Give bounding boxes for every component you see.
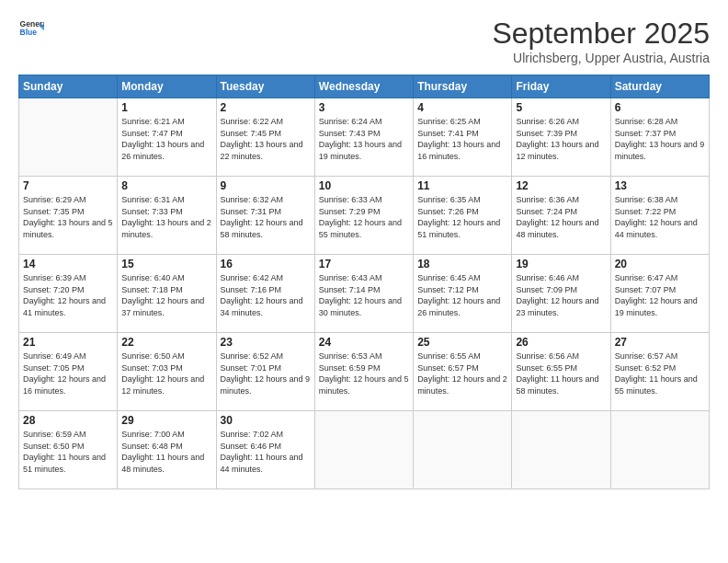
- calendar-cell: 4Sunrise: 6:25 AMSunset: 7:41 PMDaylight…: [414, 98, 512, 177]
- day-number: 21: [23, 336, 113, 349]
- calendar-cell: 22Sunrise: 6:50 AMSunset: 7:03 PMDayligh…: [118, 333, 216, 411]
- calendar-cell: 8Sunrise: 6:31 AMSunset: 7:33 PMDaylight…: [118, 177, 216, 255]
- day-info: Sunrise: 6:59 AMSunset: 6:50 PMDaylight:…: [23, 429, 113, 475]
- day-number: 11: [417, 179, 507, 192]
- calendar-cell: 23Sunrise: 6:52 AMSunset: 7:01 PMDayligh…: [216, 333, 314, 411]
- calendar-cell: 15Sunrise: 6:40 AMSunset: 7:18 PMDayligh…: [118, 255, 216, 333]
- day-info: Sunrise: 6:46 AMSunset: 7:09 PMDaylight:…: [516, 272, 606, 318]
- calendar-week-1: 1Sunrise: 6:21 AMSunset: 7:47 PMDaylight…: [19, 98, 710, 177]
- day-info: Sunrise: 6:43 AMSunset: 7:14 PMDaylight:…: [319, 272, 409, 318]
- day-info: Sunrise: 6:53 AMSunset: 6:59 PMDaylight:…: [319, 350, 409, 396]
- day-number: 24: [319, 336, 409, 349]
- day-number: 18: [417, 258, 507, 270]
- day-info: Sunrise: 6:26 AMSunset: 7:39 PMDaylight:…: [516, 116, 606, 162]
- day-number: 7: [23, 179, 113, 192]
- day-number: 2: [221, 101, 311, 114]
- day-info: Sunrise: 6:42 AMSunset: 7:16 PMDaylight:…: [221, 272, 311, 318]
- calendar-cell: 24Sunrise: 6:53 AMSunset: 6:59 PMDayligh…: [314, 333, 413, 411]
- day-number: 1: [121, 101, 211, 114]
- calendar-week-5: 28Sunrise: 6:59 AMSunset: 6:50 PMDayligh…: [19, 411, 710, 489]
- day-number: 10: [319, 179, 409, 192]
- day-number: 6: [615, 101, 705, 114]
- day-info: Sunrise: 6:28 AMSunset: 7:37 PMDaylight:…: [615, 116, 705, 162]
- title-block: September 2025 Ulrichsberg, Upper Austri…: [492, 17, 710, 65]
- calendar-cell: 13Sunrise: 6:38 AMSunset: 7:22 PMDayligh…: [610, 177, 709, 255]
- day-number: 14: [23, 258, 113, 270]
- day-number: 19: [516, 258, 606, 270]
- calendar-cell: [512, 411, 610, 489]
- calendar-cell: 11Sunrise: 6:35 AMSunset: 7:26 PMDayligh…: [414, 177, 512, 255]
- calendar-cell: 29Sunrise: 7:00 AMSunset: 6:48 PMDayligh…: [118, 411, 216, 489]
- calendar-cell: 18Sunrise: 6:45 AMSunset: 7:12 PMDayligh…: [414, 255, 512, 333]
- day-info: Sunrise: 6:49 AMSunset: 7:05 PMDaylight:…: [23, 350, 113, 396]
- day-info: Sunrise: 6:52 AMSunset: 7:01 PMDaylight:…: [221, 350, 311, 396]
- month-title: September 2025: [492, 17, 710, 51]
- calendar-cell: [19, 98, 118, 177]
- calendar-cell: [610, 411, 709, 489]
- calendar-cell: 27Sunrise: 6:57 AMSunset: 6:52 PMDayligh…: [610, 333, 709, 411]
- day-info: Sunrise: 6:32 AMSunset: 7:31 PMDaylight:…: [221, 194, 311, 240]
- day-number: 8: [121, 179, 211, 192]
- day-number: 25: [417, 336, 507, 349]
- calendar-cell: 1Sunrise: 6:21 AMSunset: 7:47 PMDaylight…: [118, 98, 216, 177]
- day-number: 26: [516, 336, 606, 349]
- day-header-wednesday: Wednesday: [314, 75, 413, 98]
- day-info: Sunrise: 6:35 AMSunset: 7:26 PMDaylight:…: [417, 194, 507, 240]
- svg-marker-3: [40, 27, 44, 31]
- logo: General Blue: [18, 17, 44, 42]
- calendar-cell: 3Sunrise: 6:24 AMSunset: 7:43 PMDaylight…: [314, 98, 413, 177]
- day-number: 4: [417, 101, 507, 114]
- calendar-week-3: 14Sunrise: 6:39 AMSunset: 7:20 PMDayligh…: [19, 255, 710, 333]
- day-number: 3: [319, 101, 409, 114]
- calendar-cell: 9Sunrise: 6:32 AMSunset: 7:31 PMDaylight…: [216, 177, 314, 255]
- day-number: 29: [121, 414, 211, 427]
- day-info: Sunrise: 7:00 AMSunset: 6:48 PMDaylight:…: [121, 429, 211, 475]
- location-subtitle: Ulrichsberg, Upper Austria, Austria: [492, 51, 710, 65]
- day-info: Sunrise: 6:56 AMSunset: 6:55 PMDaylight:…: [516, 350, 606, 396]
- calendar-cell: 12Sunrise: 6:36 AMSunset: 7:24 PMDayligh…: [512, 177, 610, 255]
- day-info: Sunrise: 6:57 AMSunset: 6:52 PMDaylight:…: [615, 350, 705, 396]
- calendar-header-row: SundayMondayTuesdayWednesdayThursdayFrid…: [19, 75, 710, 98]
- day-info: Sunrise: 6:25 AMSunset: 7:41 PMDaylight:…: [417, 116, 507, 162]
- day-info: Sunrise: 6:22 AMSunset: 7:45 PMDaylight:…: [221, 116, 311, 162]
- day-info: Sunrise: 6:36 AMSunset: 7:24 PMDaylight:…: [516, 194, 606, 240]
- day-header-monday: Monday: [118, 75, 216, 98]
- calendar-table: SundayMondayTuesdayWednesdayThursdayFrid…: [18, 75, 710, 489]
- day-info: Sunrise: 6:45 AMSunset: 7:12 PMDaylight:…: [417, 272, 507, 318]
- day-header-tuesday: Tuesday: [216, 75, 314, 98]
- calendar-cell: 10Sunrise: 6:33 AMSunset: 7:29 PMDayligh…: [314, 177, 413, 255]
- day-number: 16: [221, 258, 311, 270]
- calendar-cell: 28Sunrise: 6:59 AMSunset: 6:50 PMDayligh…: [19, 411, 118, 489]
- calendar-cell: 19Sunrise: 6:46 AMSunset: 7:09 PMDayligh…: [512, 255, 610, 333]
- day-info: Sunrise: 6:38 AMSunset: 7:22 PMDaylight:…: [615, 194, 705, 240]
- calendar-cell: 20Sunrise: 6:47 AMSunset: 7:07 PMDayligh…: [610, 255, 709, 333]
- day-info: Sunrise: 6:40 AMSunset: 7:18 PMDaylight:…: [121, 272, 211, 318]
- day-info: Sunrise: 6:50 AMSunset: 7:03 PMDaylight:…: [121, 350, 211, 396]
- day-number: 27: [615, 336, 705, 349]
- day-number: 9: [221, 179, 311, 192]
- day-info: Sunrise: 6:31 AMSunset: 7:33 PMDaylight:…: [121, 194, 211, 240]
- calendar-week-2: 7Sunrise: 6:29 AMSunset: 7:35 PMDaylight…: [19, 177, 710, 255]
- day-header-saturday: Saturday: [610, 75, 709, 98]
- calendar-cell: 6Sunrise: 6:28 AMSunset: 7:37 PMDaylight…: [610, 98, 709, 177]
- calendar-cell: 2Sunrise: 6:22 AMSunset: 7:45 PMDaylight…: [216, 98, 314, 177]
- calendar-cell: 26Sunrise: 6:56 AMSunset: 6:55 PMDayligh…: [512, 333, 610, 411]
- day-info: Sunrise: 6:55 AMSunset: 6:57 PMDaylight:…: [417, 350, 507, 396]
- day-number: 30: [221, 414, 311, 427]
- calendar-cell: 7Sunrise: 6:29 AMSunset: 7:35 PMDaylight…: [19, 177, 118, 255]
- day-info: Sunrise: 6:39 AMSunset: 7:20 PMDaylight:…: [23, 272, 113, 318]
- calendar-cell: 25Sunrise: 6:55 AMSunset: 6:57 PMDayligh…: [414, 333, 512, 411]
- calendar-cell: 21Sunrise: 6:49 AMSunset: 7:05 PMDayligh…: [19, 333, 118, 411]
- day-number: 28: [23, 414, 113, 427]
- day-info: Sunrise: 6:21 AMSunset: 7:47 PMDaylight:…: [121, 116, 211, 162]
- calendar-cell: 14Sunrise: 6:39 AMSunset: 7:20 PMDayligh…: [19, 255, 118, 333]
- day-number: 22: [121, 336, 211, 349]
- day-header-thursday: Thursday: [414, 75, 512, 98]
- day-number: 17: [319, 258, 409, 270]
- logo-icon: General Blue: [18, 17, 44, 42]
- day-number: 13: [615, 179, 705, 192]
- day-number: 20: [615, 258, 705, 270]
- day-header-friday: Friday: [512, 75, 610, 98]
- calendar-cell: 16Sunrise: 6:42 AMSunset: 7:16 PMDayligh…: [216, 255, 314, 333]
- day-info: Sunrise: 6:33 AMSunset: 7:29 PMDaylight:…: [319, 194, 409, 240]
